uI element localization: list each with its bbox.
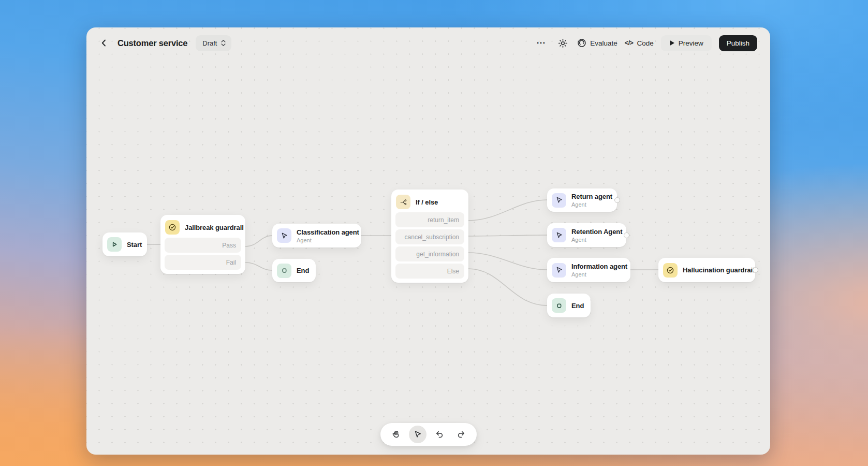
undo-button[interactable] [431,426,448,443]
undo-icon [435,430,444,439]
branch-row-cancel-subscription[interactable]: cancel_subscription [395,229,464,244]
agent-cursor-icon [552,193,566,208]
node-title: Jailbreak guardrail [185,224,244,231]
redo-icon [457,430,466,439]
node-title: End [297,267,309,274]
node-subtitle: Agent [571,271,627,278]
play-icon [669,40,675,46]
end-stop-icon [277,264,291,278]
evaluate-button[interactable]: Evaluate [577,38,617,48]
agent-cursor-icon [277,228,291,243]
pan-tool-button[interactable] [387,426,405,443]
node-title: Start [127,241,142,249]
header-left: Customer service Draft [97,35,231,51]
page-title: Customer service [117,38,187,48]
select-tool-button[interactable] [409,426,426,443]
evaluate-label: Evaluate [590,39,617,47]
edge-returnitem-returnagent [468,200,547,221]
node-title: Retention Agent [571,228,622,236]
guardrail-check-icon [663,263,678,278]
node-end-2[interactable]: End [547,294,591,317]
agent-cursor-icon [552,263,566,278]
node-hallucination-guardrail[interactable]: Hallucination guardrail [658,258,755,282]
agent-cursor-icon [552,228,566,242]
end-stop-icon [552,298,566,313]
preview-button[interactable]: Preview [661,35,712,51]
output-port[interactable] [614,197,620,203]
node-subtitle: Agent [571,201,612,208]
hand-icon [391,430,401,439]
guardrail-check-icon [165,220,180,235]
node-start[interactable]: Start [102,232,147,256]
branch-label: cancel_subscription [405,234,459,241]
node-title: Classification agent [297,228,359,236]
branch-row-pass[interactable]: Pass [165,238,241,253]
branch-row-get-information[interactable]: get_information [395,246,464,261]
gear-icon [558,38,568,48]
output-port[interactable] [624,232,629,238]
node-subtitle: Agent [571,237,622,243]
code-icon: </> [625,39,634,47]
code-button[interactable]: </> Code [625,39,654,47]
node-title: If / else [416,198,438,206]
settings-button[interactable] [555,36,570,50]
edge-pass-classification [245,236,272,246]
redo-button[interactable] [452,426,470,443]
edge-fail-end [245,263,272,270]
node-title: Hallucination guardrail [683,266,755,274]
node-return-agent[interactable]: Return agent Agent [547,188,617,212]
branch-label: Else [447,268,459,275]
back-button[interactable] [97,36,111,50]
node-classification-agent[interactable]: Classification agent Agent [272,224,361,247]
chevron-updown-icon [220,39,226,47]
branch-label: get_information [416,251,459,258]
branch-row-return-item[interactable]: return_item [395,212,464,227]
output-port[interactable] [753,267,758,273]
edge-cancel-retention [468,235,547,236]
branch-split-icon [396,195,410,209]
status-label: Draft [202,39,217,47]
branch-label: Fail [226,259,236,266]
edge-else-end [468,269,547,305]
workflow-canvas[interactable]: Customer service Draft ⋯ [86,27,770,455]
cursor-icon [413,430,422,439]
branch-row-fail[interactable]: Fail [165,255,241,270]
back-chevron-icon [99,38,109,48]
node-subtitle: Agent [297,237,359,243]
branch-label: Pass [222,242,236,249]
node-end-1[interactable]: End [272,259,316,282]
preview-label: Preview [679,39,703,47]
node-information-agent[interactable]: Information agent Agent [547,258,630,282]
publish-label: Publish [727,39,749,47]
node-jailbreak-guardrail[interactable]: Jailbreak guardrail Pass Fail [160,215,245,274]
publish-button[interactable]: Publish [719,35,757,51]
evaluate-icon [577,38,586,48]
node-title: Information agent [571,263,627,270]
header-right: ⋯ Evaluate [534,35,757,51]
node-retention-agent[interactable]: Retention Agent Agent [547,223,626,247]
status-dropdown[interactable]: Draft [196,35,231,51]
start-play-icon [107,237,122,252]
canvas-toolbar [380,423,477,446]
edge-getinfo-information [468,253,547,270]
more-button[interactable]: ⋯ [534,36,548,50]
node-if-else[interactable]: If / else return_item cancel_subscriptio… [391,190,468,283]
ellipsis-icon: ⋯ [536,40,546,46]
branch-label: return_item [428,216,459,224]
node-title: End [571,302,584,310]
branch-row-else[interactable]: Else [395,264,464,279]
code-label: Code [637,39,653,47]
desktop-wallpaper: Customer service Draft ⋯ [0,0,868,466]
node-title: Return agent [571,193,612,200]
